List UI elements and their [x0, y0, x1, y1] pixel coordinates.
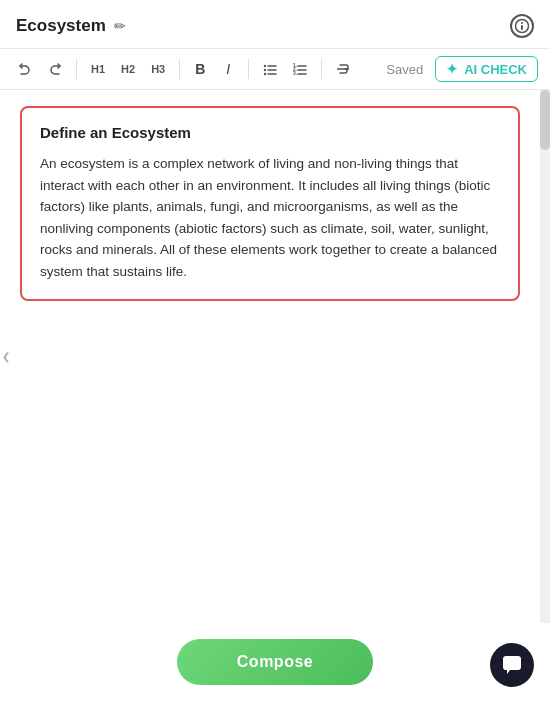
svg-text:3.: 3.: [293, 70, 298, 76]
ai-check-button[interactable]: ✦ AI CHECK: [435, 56, 538, 82]
app-container: Ecosystem ✏ H1 H2 H3: [0, 0, 550, 705]
page-title: Ecosystem: [16, 16, 106, 36]
content-box: Define an Ecosystem An ecosystem is a co…: [20, 106, 520, 301]
divider-4: [321, 59, 322, 79]
content-title: Define an Ecosystem: [40, 124, 500, 141]
bold-button[interactable]: B: [188, 55, 212, 83]
svg-point-7: [264, 73, 266, 75]
undo-button[interactable]: [12, 55, 38, 83]
scrollbar-track[interactable]: [540, 90, 550, 623]
h1-button[interactable]: H1: [85, 55, 111, 83]
title-left: Ecosystem ✏: [16, 16, 126, 36]
options-icon[interactable]: [510, 14, 534, 38]
editor-wrapper: ❮ Define an Ecosystem An ecosystem is a …: [0, 90, 550, 623]
h3-button[interactable]: H3: [145, 55, 171, 83]
edit-icon[interactable]: ✏: [114, 18, 126, 34]
content-body: An ecosystem is a complex network of liv…: [40, 153, 500, 283]
divider-2: [179, 59, 180, 79]
svg-point-5: [264, 69, 266, 71]
divider-3: [248, 59, 249, 79]
scrollbar-thumb[interactable]: [540, 90, 550, 150]
svg-point-3: [264, 65, 266, 67]
italic-button[interactable]: I: [216, 55, 240, 83]
ordered-list-button[interactable]: 1. 2. 3.: [287, 55, 313, 83]
chat-bubble-button[interactable]: [490, 643, 534, 687]
bottom-area: Compose: [0, 623, 550, 705]
svg-rect-2: [521, 25, 523, 30]
collapse-arrow[interactable]: ❮: [0, 347, 12, 367]
svg-point-1: [521, 22, 523, 24]
title-bar: Ecosystem ✏: [0, 0, 550, 49]
h2-button[interactable]: H2: [115, 55, 141, 83]
ai-icon: ✦: [446, 61, 458, 77]
editor-content[interactable]: Define an Ecosystem An ecosystem is a co…: [0, 90, 540, 623]
compose-button[interactable]: Compose: [177, 639, 373, 685]
saved-status: Saved: [386, 62, 423, 77]
divider-1: [76, 59, 77, 79]
unordered-list-button[interactable]: [257, 55, 283, 83]
redo-button[interactable]: [42, 55, 68, 83]
strikethrough-button[interactable]: [330, 55, 356, 83]
ai-check-label: AI CHECK: [464, 62, 527, 77]
toolbar: H1 H2 H3 B I 1. 2. 3.: [0, 49, 550, 90]
